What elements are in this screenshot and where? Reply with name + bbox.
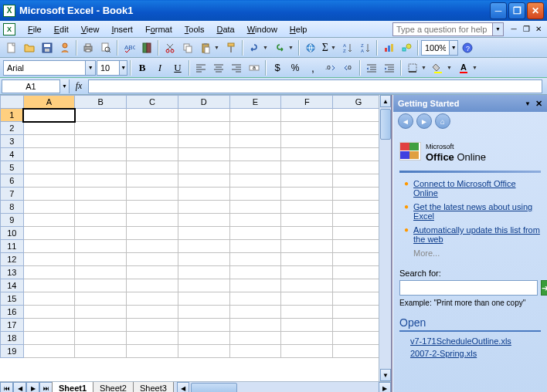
cell-C1[interactable] [127,109,178,122]
cell-F3[interactable] [281,135,333,148]
cell-C13[interactable] [127,266,178,279]
zoom-combo[interactable]: ▼ [421,40,458,56]
row-header-18[interactable]: 18 [1,332,24,345]
cell-G5[interactable] [333,161,385,174]
menu-View[interactable]: View [75,23,106,35]
cell-B5[interactable] [75,161,127,174]
task-pane-forward-button[interactable]: ► [416,113,432,129]
cell-F18[interactable] [281,332,333,345]
cell-F13[interactable] [281,266,333,279]
copy-button[interactable] [179,39,196,56]
print-preview-button[interactable] [97,39,114,56]
column-header-D[interactable]: D [178,96,229,109]
cell-F7[interactable] [281,188,333,201]
cell-A12[interactable] [23,253,75,266]
task-pane-menu-dropdown[interactable]: ▼ [525,100,531,107]
vertical-scrollbar[interactable]: ▲ ▼ [379,95,391,381]
cell-G1[interactable] [333,109,385,122]
cell-E17[interactable] [229,319,281,332]
row-header-11[interactable]: 11 [1,240,24,253]
scroll-up-button[interactable]: ▲ [380,95,391,107]
cell-F6[interactable] [281,174,333,188]
cell-E18[interactable] [229,332,281,345]
format-painter-button[interactable] [223,39,240,56]
row-header-8[interactable]: 8 [1,201,24,214]
drawing-toolbar-button[interactable] [398,39,415,56]
increase-decimal-button[interactable]: .0 [322,59,339,76]
row-header-12[interactable]: 12 [1,253,24,266]
workbook-close-button[interactable]: ✕ [533,24,544,35]
menu-File[interactable]: File [22,23,48,35]
cell-D11[interactable] [178,240,229,253]
menu-Tools[interactable]: Tools [178,23,211,35]
row-header-10[interactable]: 10 [1,227,24,240]
cell-F1[interactable] [281,109,333,122]
cell-A10[interactable] [23,227,75,240]
sort-ascending-button[interactable]: AZ [339,39,356,56]
cell-B12[interactable] [75,253,127,266]
cell-C14[interactable] [127,279,178,292]
cell-D16[interactable] [178,306,229,319]
zoom-input[interactable] [422,43,450,52]
cell-A19[interactable] [23,345,75,358]
paste-button[interactable]: ▼ [197,39,222,56]
cell-E6[interactable] [229,174,281,188]
cell-D4[interactable] [178,148,229,161]
insert-function-button[interactable]: fx [73,80,85,93]
cell-B16[interactable] [75,306,127,319]
cell-G14[interactable] [333,279,385,292]
cell-E9[interactable] [229,214,281,227]
task-pane-more-link[interactable]: More... [413,248,541,258]
cell-G18[interactable] [333,332,385,345]
cell-A5[interactable] [23,161,75,174]
help-search-dropdown[interactable]: ▼ [493,22,504,36]
workbook-minimize-button[interactable]: ─ [508,24,519,35]
cell-D10[interactable] [178,227,229,240]
cell-C17[interactable] [127,319,178,332]
cell-B3[interactable] [75,135,127,148]
horizontal-scrollbar[interactable]: ◀ ▶ [177,382,391,392]
undo-button[interactable]: ▼ [246,39,270,56]
formula-bar[interactable] [88,79,542,93]
cell-A14[interactable] [23,279,75,292]
row-header-5[interactable]: 5 [1,161,24,174]
cell-D7[interactable] [178,188,229,201]
sheet-tab-Sheet1[interactable]: Sheet1 [52,382,93,392]
cell-D1[interactable] [178,109,229,122]
cell-D17[interactable] [178,319,229,332]
cell-F14[interactable] [281,279,333,292]
fill-color-button[interactable]: ▼ [430,59,454,76]
decrease-decimal-button[interactable]: .0 [340,59,357,76]
cell-G17[interactable] [333,319,385,332]
cell-G8[interactable] [333,201,385,214]
task-pane-link-1[interactable]: Get the latest news about using Excel [413,202,541,221]
vertical-scroll-thumb[interactable] [380,109,391,140]
menu-Format[interactable]: Format [139,23,178,35]
cell-C11[interactable] [127,240,178,253]
recent-file-1[interactable]: 2007-2-Spring.xls [410,349,477,358]
menu-Help[interactable]: Help [284,23,314,35]
italic-button[interactable]: I [151,59,168,76]
cell-F17[interactable] [281,319,333,332]
align-left-button[interactable] [192,59,209,76]
sheet-tab-Sheet2[interactable]: Sheet2 [93,382,134,392]
cell-C7[interactable] [127,188,178,201]
hyperlink-button[interactable] [302,39,319,56]
minimize-button[interactable]: ─ [490,2,507,19]
font-color-button[interactable]: A▼ [455,59,480,76]
cell-C18[interactable] [127,332,178,345]
task-pane-close-button[interactable]: ✕ [535,99,542,109]
cell-F12[interactable] [281,253,333,266]
cell-F16[interactable] [281,306,333,319]
row-header-16[interactable]: 16 [1,306,24,319]
menu-Insert[interactable]: Insert [105,23,139,35]
row-header-1[interactable]: 1 [1,109,24,122]
cell-C8[interactable] [127,201,178,214]
cell-E19[interactable] [229,345,281,358]
cell-E12[interactable] [229,253,281,266]
help-button[interactable]: ? [459,39,476,56]
cell-E7[interactable] [229,188,281,201]
cell-A18[interactable] [23,332,75,345]
name-box[interactable]: ▼ [2,79,70,93]
cell-B17[interactable] [75,319,127,332]
